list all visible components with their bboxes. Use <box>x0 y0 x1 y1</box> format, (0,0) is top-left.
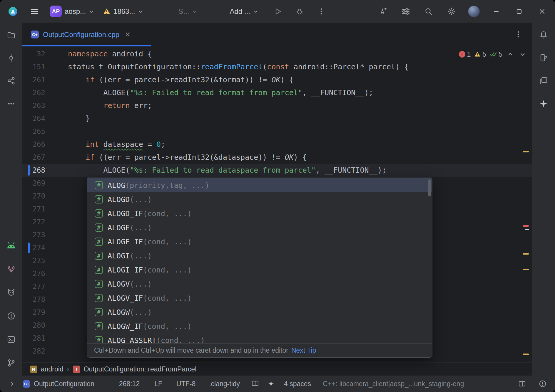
code-line[interactable]: 267 if ((err = parcel->readInt32(&datasp… <box>22 151 532 164</box>
line-number[interactable]: 278 <box>22 295 45 304</box>
code-line[interactable]: 268 ALOGE("%s: Failed to read dataspace … <box>22 164 532 177</box>
pull-requests-tool-button[interactable] <box>4 74 18 88</box>
project-tool-button[interactable] <box>4 28 18 42</box>
close-button[interactable] <box>536 5 549 18</box>
stripe-warning-mark[interactable] <box>523 269 529 270</box>
completion-item[interactable]: #ALOG_ASSERT(cond, ...) <box>87 333 432 343</box>
completion-item[interactable]: #ALOGW(...) <box>87 305 432 319</box>
line-number[interactable]: 267 <box>22 153 45 161</box>
clang-tidy-widget[interactable]: .clang-tidy <box>209 380 240 388</box>
line-ending[interactable]: LF <box>154 380 162 388</box>
maximize-button[interactable] <box>513 5 526 18</box>
stripe-warning-mark[interactable] <box>523 253 529 255</box>
problems-tool-button[interactable] <box>4 309 18 323</box>
code-line[interactable]: 151status_t OutputConfiguration::readFro… <box>22 60 532 73</box>
tab-options-button[interactable] <box>512 28 525 41</box>
next-tip-link[interactable]: Next Tip <box>291 346 316 354</box>
version-control-tool-button[interactable] <box>4 356 18 370</box>
error-count-chip[interactable]: ! 1 <box>459 51 471 58</box>
line-number[interactable]: 269 <box>22 179 45 187</box>
completion-item[interactable]: #ALOGI(...) <box>87 249 432 263</box>
line-number[interactable]: 32 <box>22 50 45 58</box>
device-explorer-button[interactable] <box>536 51 551 65</box>
line-number[interactable]: 263 <box>22 102 45 110</box>
more-actions-button[interactable] <box>315 5 328 18</box>
line-number[interactable]: 264 <box>22 115 45 123</box>
warning-count-chip[interactable]: 5 <box>474 51 486 58</box>
completion-item[interactable]: #ALOGW_IF(cond, ...) <box>87 319 432 333</box>
split-panel-button[interactable] <box>517 379 527 388</box>
commit-tool-button[interactable] <box>4 51 18 65</box>
run-configuration-selector[interactable]: Add ... <box>230 7 258 16</box>
line-number[interactable]: 276 <box>22 270 45 278</box>
more-tool-windows-button[interactable] <box>4 97 18 111</box>
completion-item[interactable]: #ALOGV(...) <box>87 277 432 291</box>
completion-item[interactable]: #ALOGE(...) <box>87 221 432 235</box>
device-selector[interactable]: S... <box>178 7 197 16</box>
stripe-warning-mark[interactable] <box>523 151 529 152</box>
line-number[interactable]: 271 <box>22 205 45 213</box>
code-line[interactable]: 32namespace android { <box>22 48 532 60</box>
file-encoding[interactable]: UTF-8 <box>176 380 195 388</box>
debug-button[interactable] <box>293 5 306 18</box>
line-number[interactable]: 281 <box>22 334 45 342</box>
run-button[interactable] <box>271 5 284 18</box>
line-number[interactable]: 151 <box>22 63 45 71</box>
line-number[interactable]: 274 <box>22 244 45 252</box>
stripe-caret-mark[interactable] <box>525 229 529 230</box>
code-line[interactable]: 262 ALOGE("%s: Failed to read format fro… <box>22 86 532 99</box>
notifications-button[interactable] <box>536 28 551 42</box>
tool-window-layout-button[interactable] <box>399 5 412 18</box>
ai-actions-button[interactable] <box>376 5 389 18</box>
completion-item[interactable]: #ALOGE_IF(cond, ...) <box>87 235 432 249</box>
running-devices-mirror-button[interactable] <box>536 74 551 88</box>
indent-setting[interactable]: 4 spaces <box>284 380 311 388</box>
code-line[interactable]: 266 int dataspace = 0; <box>22 138 532 151</box>
status-problems-button[interactable] <box>538 379 547 388</box>
line-number[interactable]: 282 <box>22 347 45 355</box>
previous-problem-button[interactable] <box>506 50 515 59</box>
code-line[interactable]: 264 } <box>22 112 532 125</box>
completion-item[interactable]: #ALOGD_IF(cond, ...) <box>87 206 432 221</box>
line-number[interactable]: 262 <box>22 89 45 97</box>
line-number[interactable]: 266 <box>22 140 45 149</box>
line-number[interactable]: 279 <box>22 308 45 317</box>
reader-mode-button[interactable] <box>250 379 260 388</box>
inspections-widget[interactable]: ! 1 5 5 <box>459 49 527 60</box>
minimize-button[interactable] <box>490 5 503 18</box>
line-number[interactable]: 268 <box>22 166 45 174</box>
stripe-toggle-button[interactable] <box>8 379 16 388</box>
gemini-assistant-button[interactable] <box>536 97 551 111</box>
line-number[interactable]: 277 <box>22 282 45 291</box>
code-line[interactable]: 261 if ((err = parcel->readInt32(&format… <box>22 73 532 86</box>
code-line[interactable]: 265 <box>22 125 532 138</box>
popup-scrollbar[interactable] <box>428 179 431 196</box>
caret-position[interactable]: 268:12 <box>119 380 140 388</box>
user-avatar[interactable] <box>468 6 480 17</box>
main-menu-button[interactable] <box>28 5 41 18</box>
code-line[interactable]: 263 return err; <box>22 99 532 112</box>
line-number[interactable]: 261 <box>22 76 45 84</box>
settings-button[interactable] <box>445 5 458 18</box>
logcat-tool-button[interactable] <box>4 285 18 300</box>
terminal-tool-button[interactable] <box>4 332 18 346</box>
breadcrumb-function[interactable]: OutputConfiguration::readFromParcel <box>84 365 197 373</box>
completion-item[interactable]: #ALOG(priority,tag, ...) <box>87 178 432 192</box>
tab-close-icon[interactable]: ✕ <box>123 31 132 39</box>
device-manager-tool-button[interactable] <box>4 262 18 276</box>
line-number[interactable]: 275 <box>22 257 45 265</box>
completion-item[interactable]: #ALOGI_IF(cond, ...) <box>87 263 432 277</box>
toolchain-info[interactable]: C++: libcamera_client|aosp_...unk_stagin… <box>323 380 464 388</box>
line-number[interactable]: 280 <box>22 321 45 329</box>
line-number[interactable]: 273 <box>22 231 45 239</box>
ai-completion-status-button[interactable] <box>266 379 276 388</box>
project-selector[interactable]: AP aosp... <box>50 6 94 17</box>
line-number[interactable]: 272 <box>22 218 45 226</box>
running-devices-tool-button[interactable] <box>4 238 18 253</box>
branch-selector[interactable]: 1863... <box>103 7 143 16</box>
status-file-widget[interactable]: C+ OutputConfiguration <box>23 380 94 388</box>
stripe-error-mark[interactable] <box>523 225 529 227</box>
breadcrumb-namespace[interactable]: android <box>41 365 63 373</box>
search-everywhere-button[interactable] <box>422 5 435 18</box>
stripe-warning-mark[interactable] <box>523 354 529 355</box>
